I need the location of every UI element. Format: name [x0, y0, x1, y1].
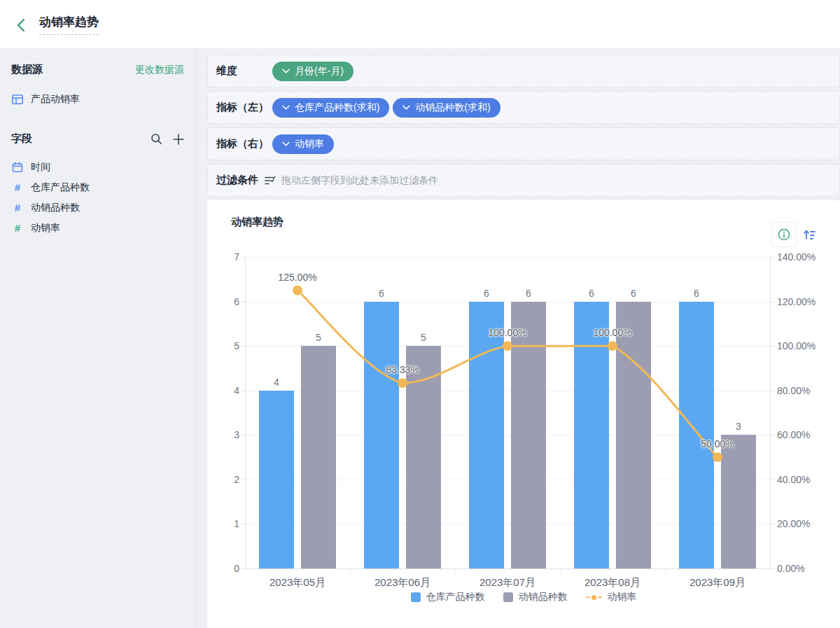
line-point[interactable] [608, 341, 617, 351]
right-axis-tick [771, 524, 774, 524]
chart-plot: 012345670.00%20.00%40.00%60.00%80.00%100… [207, 200, 840, 628]
field-item-1[interactable]: # 仓库产品种数 [11, 177, 184, 197]
legend-item-动销率[interactable]: 动销率 [586, 591, 637, 603]
header: 动销率趋势 [0, 0, 840, 49]
line-point[interactable] [503, 341, 512, 351]
datasource-header: 数据源 更改数据源 [11, 63, 184, 76]
chevron-down-icon [282, 69, 290, 74]
legend-bar-marker [503, 592, 513, 602]
metrics-right-pill-0[interactable]: 动销率 [272, 134, 334, 154]
back-button[interactable] [11, 14, 32, 35]
right-axis-tick-label: 40.00% [777, 474, 833, 485]
x-axis-category-label: 2023年06月 [350, 576, 455, 589]
left-axis-tick-label: 5 [210, 340, 239, 351]
field-item-3[interactable]: # 动销率 [11, 218, 184, 238]
pill-label: 动销品种数(求和) [415, 102, 490, 114]
right-axis-tick-label: 120.00% [777, 296, 833, 307]
left-axis-tick-label: 7 [210, 251, 239, 263]
line-point[interactable] [398, 378, 407, 388]
line-series-动销率 [245, 257, 770, 568]
line-point-label: 50.00% [686, 438, 749, 449]
chevron-left-icon [13, 16, 30, 33]
number-icon: # [11, 222, 24, 234]
calendar-icon [11, 162, 24, 173]
x-axis-category-label: 2023年09月 [665, 576, 770, 589]
x-axis-tick [560, 568, 561, 572]
pill-label: 仓库产品种数(求和) [295, 102, 379, 114]
line-point[interactable] [293, 286, 302, 295]
dimension-label: 维度 [216, 64, 272, 78]
legend-item-动销品种数[interactable]: 动销品种数 [503, 591, 568, 603]
right-axis-tick [771, 435, 774, 435]
metrics-left-pill-0[interactable]: 仓库产品种数(求和) [272, 98, 389, 118]
metrics-left-pills: 仓库产品种数(求和) 动销品种数(求和) [272, 98, 500, 118]
left-axis-tick-label: 0 [210, 563, 239, 574]
metrics-left-pill-1[interactable]: 动销品种数(求和) [393, 98, 500, 118]
right-axis-tick [771, 302, 774, 302]
main: 维度 月份(年-月)指标（左） 仓库产品种数(求和) 动销品种数(求和)指标（右… [196, 49, 840, 628]
x-axis-tick [350, 568, 351, 572]
left-axis-tick-label: 1 [210, 518, 239, 529]
metrics-right-pills: 动销率 [272, 134, 334, 154]
right-axis-tick-label: 0.00% [777, 563, 833, 574]
legend-item-仓库产品种数[interactable]: 仓库产品种数 [411, 591, 485, 603]
right-axis-tick-label: 60.00% [777, 429, 833, 440]
field-item-2[interactable]: # 动销品种数 [11, 197, 184, 218]
line-point[interactable] [713, 452, 722, 462]
chevron-down-icon [282, 105, 290, 110]
x-axis-tick [455, 568, 456, 572]
dimension-pill-0[interactable]: 月份(年-月) [272, 62, 354, 81]
line-point-label: 100.00% [476, 327, 539, 338]
filter-icon [264, 175, 276, 186]
chart-legend: 仓库产品种数动销品种数 动销率 [207, 591, 840, 603]
legend-line-marker [586, 595, 602, 600]
left-axis-tick [241, 568, 245, 569]
metrics-left-label: 指标（左） [216, 101, 272, 114]
config-area: 维度 月份(年-月)指标（左） 仓库产品种数(求和) 动销品种数(求和)指标（右… [207, 55, 840, 197]
left-axis-tick-label: 6 [210, 296, 239, 307]
field-label: 仓库产品种数 [31, 181, 90, 194]
metrics-right-label: 指标（右） [216, 137, 272, 151]
line-point-label: 83.33% [371, 364, 434, 375]
right-axis-tick [771, 391, 774, 391]
change-datasource-link[interactable]: 更改数据源 [135, 64, 184, 76]
datasource-label: 数据源 [11, 63, 43, 76]
x-axis-category-label: 2023年05月 [245, 576, 350, 589]
config-row-metrics-right: 指标（右） 动销率 [207, 127, 840, 160]
config-row-metrics-left: 指标（左） 仓库产品种数(求和) 动销品种数(求和) [207, 91, 840, 124]
legend-label: 动销率 [608, 591, 637, 603]
left-axis-tick-label: 3 [210, 429, 239, 440]
add-field-icon[interactable] [173, 134, 184, 145]
line-point-label: 100.00% [581, 327, 644, 338]
datasource-name: 产品动销率 [31, 93, 80, 106]
chevron-down-icon [402, 105, 410, 110]
right-axis-tick [771, 346, 774, 347]
field-list: 时间# 仓库产品种数# 动销品种数# 动销率 [11, 157, 184, 238]
right-axis-tick-label: 80.00% [777, 385, 833, 396]
search-icon[interactable] [150, 133, 162, 145]
left-axis-tick-label: 2 [210, 474, 239, 485]
pill-label: 动销率 [295, 138, 324, 151]
datasource-table-icon [11, 93, 24, 106]
right-axis-tick [771, 257, 774, 258]
right-axis-tick [771, 568, 774, 569]
legend-label: 仓库产品种数 [426, 591, 485, 603]
config-row-dimension: 维度 月份(年-月) [207, 55, 840, 88]
x-axis-line [245, 568, 770, 569]
field-label: 动销品种数 [31, 202, 80, 214]
fields-label: 字段 [11, 132, 32, 146]
body: 数据源 更改数据源 产品动销率 字段 [0, 49, 840, 628]
sidebar: 数据源 更改数据源 产品动销率 字段 [0, 49, 196, 628]
field-item-0[interactable]: 时间 [11, 157, 184, 177]
chevron-down-icon [282, 141, 290, 146]
field-label: 动销率 [31, 222, 60, 235]
filter-hint: 拖动左侧字段到此处来添加过滤条件 [281, 174, 438, 187]
right-axis-tick-label: 140.00% [777, 251, 833, 263]
page-title[interactable]: 动销率趋势 [39, 14, 99, 35]
config-row-filter: 过滤条件 拖动左侧字段到此处来添加过滤条件 [207, 164, 840, 197]
datasource-item[interactable]: 产品动销率 [11, 93, 184, 106]
number-icon: # [11, 202, 24, 214]
field-label: 时间 [31, 161, 50, 174]
right-axis-line [770, 257, 771, 568]
filter-label: 过滤条件 [216, 174, 258, 187]
